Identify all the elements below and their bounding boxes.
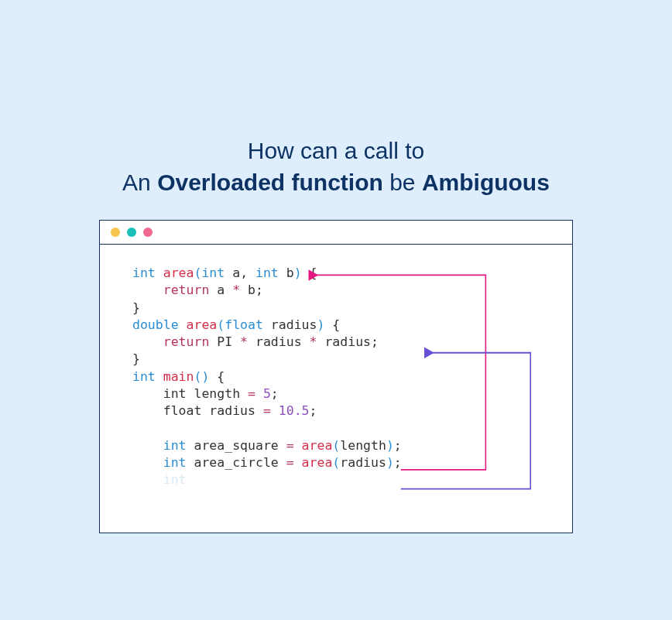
- code-line-9: float radius = 10.5;: [132, 403, 317, 418]
- title-line-1: How can a call to: [122, 135, 550, 167]
- traffic-light-pink-icon: [143, 228, 153, 237]
- code-line-6: }: [132, 351, 140, 366]
- code-line-2: return a * b;: [132, 283, 263, 297]
- traffic-light-yellow-icon: [111, 228, 120, 237]
- code-line-3: }: [132, 300, 140, 315]
- code-body: int area(int a, int b) { return a * b; }…: [100, 245, 572, 533]
- code-line-12: int area_circle = area(radius);: [132, 455, 402, 470]
- code-line-7: int main() {: [132, 369, 225, 384]
- window-titlebar: [100, 221, 572, 245]
- code-window: int area(int a, int b) { return a * b; }…: [99, 220, 573, 533]
- arrow-purple: [401, 353, 530, 489]
- code-line-11: int area_square = area(length);: [132, 438, 402, 453]
- code-line-8: int length = 5;: [132, 386, 279, 401]
- code-line-4: double area(float radius) {: [132, 317, 340, 332]
- code-line-1: int area(int a, int b) {: [132, 265, 317, 280]
- code-line-faded: int: [132, 472, 187, 487]
- title-line-2: An Overloaded function be Ambiguous: [122, 167, 550, 199]
- code-line-5: return PI * radius * radius;: [132, 334, 379, 349]
- traffic-light-teal-icon: [127, 228, 136, 237]
- diagram-title: How can a call to An Overloaded function…: [122, 135, 550, 198]
